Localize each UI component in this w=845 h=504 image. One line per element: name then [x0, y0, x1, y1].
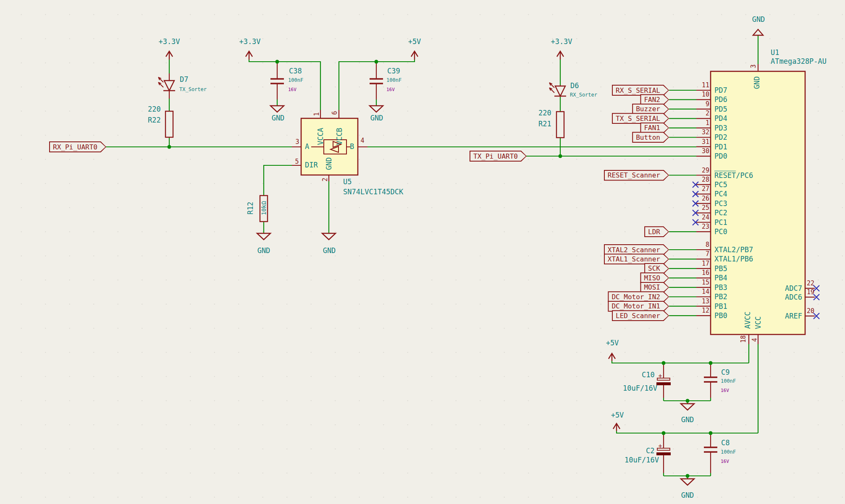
net-label-FAN2-text: FAN2: [641, 95, 668, 104]
c38-voltage[interactable]: 16V: [288, 87, 297, 93]
power-flag-5v-vcc[interactable]: +5V: [611, 411, 624, 420]
u1-pin-15-number: 15: [688, 279, 709, 286]
net-label-Button-text: Button: [633, 133, 668, 142]
r12-value[interactable]: 10kΩ: [260, 201, 267, 215]
u5-pin-gnd-name: GND: [325, 157, 333, 170]
u1-pin-29-number: 29: [688, 167, 709, 174]
u1-pin-16-number: 16: [688, 269, 709, 277]
u1-pin-avcc-name: AVCC: [744, 312, 752, 329]
u1-pin-19-name: ADC6: [785, 293, 802, 301]
net-label-RESET_Scanner[interactable]: RESET_Scanner: [604, 170, 669, 181]
gnd-label-cap2[interactable]: GND: [681, 491, 694, 500]
pin-stubs: [169, 62, 758, 473]
u1-pin-3-number: 3: [750, 64, 757, 68]
net-label-LDR-text: LDR: [645, 227, 668, 236]
c9-voltage[interactable]: 16V: [721, 388, 729, 394]
u1-pin-28-name: PC5: [714, 180, 727, 189]
u1-pin-14-number: 14: [688, 288, 709, 295]
u1-pin-11-name: PD7: [714, 86, 727, 94]
u1-pin-12-name: PB0: [714, 311, 727, 320]
r22-value[interactable]: 220: [148, 105, 161, 114]
c9-ref[interactable]: C9: [721, 368, 730, 377]
u5-pin-dir-name: DIR: [305, 161, 318, 170]
power-flag-5v-avcc[interactable]: +5V: [606, 339, 619, 347]
u1-pin-27-name: PC4: [714, 190, 727, 198]
u1-pin-31-name: PD1: [714, 143, 727, 151]
net-label-rx-pi-uart0-text: RX_Pi_UART0: [50, 142, 105, 151]
c38-value[interactable]: 100nF: [288, 78, 303, 84]
u1-pin-18-number: 18: [740, 335, 747, 343]
power-arrow-icons[interactable]: [166, 51, 620, 431]
u1-pin-25-name: PC2: [714, 209, 727, 217]
u1-ref[interactable]: U1: [771, 49, 779, 57]
d6-value[interactable]: RX_Sorter: [570, 92, 597, 98]
net-label-LDR[interactable]: LDR: [644, 226, 669, 237]
r21-value[interactable]: 220: [538, 109, 551, 118]
net-label-Buzzer-text: Buzzer: [633, 104, 668, 114]
d7-value[interactable]: TX_Sorter: [179, 87, 207, 93]
r12-ref[interactable]: R12: [247, 202, 255, 215]
u1-value[interactable]: ATmega328P-AU: [771, 57, 827, 66]
net-label-LED_Scanner[interactable]: LED_Scanner: [612, 310, 669, 321]
resistor-r21-symbol[interactable]: [556, 112, 564, 138]
led-d7-symbol[interactable]: [158, 77, 175, 91]
net-label-tx-pi-uart0[interactable]: TX_Pi_UART0: [470, 151, 527, 162]
u5-value[interactable]: SN74LVC1T45DCK: [343, 188, 403, 196]
c39-voltage[interactable]: 16V: [386, 87, 395, 93]
net-label-tx-pi-uart0-text: TX_Pi_UART0: [470, 151, 526, 161]
u1-pin-9-name: PD5: [714, 105, 727, 113]
led-d6-symbol[interactable]: [549, 83, 566, 96]
c8-ref[interactable]: C8: [721, 439, 730, 447]
d7-ref[interactable]: D7: [180, 76, 188, 84]
net-label-Button[interactable]: Button: [632, 132, 669, 143]
c2-ref[interactable]: C2: [646, 447, 654, 455]
net-label-DC_Motor_IN1-text: DC_Motor_IN1: [609, 302, 668, 311]
u1-pin-26-name: PC3: [714, 199, 727, 208]
u5-pin-5-number: 5: [295, 158, 299, 165]
u1-pin-26-number: 26: [688, 195, 709, 202]
u5-pin-a-name: A: [305, 143, 309, 151]
u5-pin-1-number: 1: [313, 112, 320, 116]
gnd-label-cap1[interactable]: GND: [681, 416, 694, 424]
c38-ref[interactable]: C38: [289, 67, 302, 76]
resistor-r22-symbol[interactable]: [165, 111, 173, 137]
c39-value[interactable]: 100nF: [386, 78, 402, 84]
power-flag-3v3-d6[interactable]: +3.3V: [551, 38, 572, 46]
gnd-label-c39[interactable]: GND: [370, 114, 383, 123]
c2-plus-icon: +: [658, 443, 662, 450]
u1-pin-7-number: 7: [688, 250, 709, 258]
u5-ref[interactable]: U5: [343, 178, 352, 186]
c9-value[interactable]: 100nF: [721, 379, 736, 384]
net-label-MOSI-text: MOSI: [641, 283, 668, 292]
u1-pin-17-number: 17: [688, 260, 709, 267]
u1-pin-23-name: PC0: [714, 227, 727, 236]
c8-voltage[interactable]: 16V: [721, 459, 729, 465]
u1-pin-gnd-name: GND: [753, 76, 761, 89]
u1-pin-4-number: 4: [751, 338, 758, 342]
net-label-SCK-text: SCK: [645, 264, 668, 273]
power-flag-5v-c39[interactable]: +5V: [408, 38, 421, 46]
gnd-label-u5[interactable]: GND: [323, 247, 336, 255]
r21-ref[interactable]: R21: [538, 120, 551, 128]
gnd-label-r12[interactable]: GND: [257, 247, 270, 255]
power-flag-3v3-d7[interactable]: +3.3V: [158, 38, 180, 46]
d6-ref[interactable]: D6: [570, 82, 579, 90]
gnd-label-c38[interactable]: GND: [272, 114, 285, 123]
gnd-label-u1[interactable]: GND: [752, 16, 765, 24]
power-flag-3v3-c38[interactable]: +3.3V: [239, 38, 260, 46]
c8-value[interactable]: 100nF: [721, 449, 736, 455]
r22-ref[interactable]: R22: [148, 116, 161, 125]
u1-pin-31-number: 31: [688, 138, 709, 146]
net-label-RX_S_SERIAL-text: RX_S_SERIAL: [613, 86, 668, 95]
c2-value[interactable]: 10uF/16V: [625, 456, 659, 465]
schematic-sheet: +3.3V +3.3V +5V +3.3V +5V +5V GND GND GN…: [0, 0, 845, 504]
c39-ref[interactable]: C39: [387, 67, 400, 76]
u1-pin-14-name: PB2: [714, 292, 727, 301]
u5-pin-4-number: 4: [360, 137, 364, 144]
u5-pin-3-number: 3: [295, 138, 299, 146]
c10-value[interactable]: 10uF/16V: [623, 384, 657, 393]
net-label-rx-pi-uart0[interactable]: RX_Pi_UART0: [49, 141, 106, 152]
c10-ref[interactable]: C10: [642, 371, 655, 379]
net-label-TX_S_SERIAL-text: TX_S_SERIAL: [613, 114, 668, 123]
u1-pin-vcc-name: VCC: [754, 316, 763, 329]
